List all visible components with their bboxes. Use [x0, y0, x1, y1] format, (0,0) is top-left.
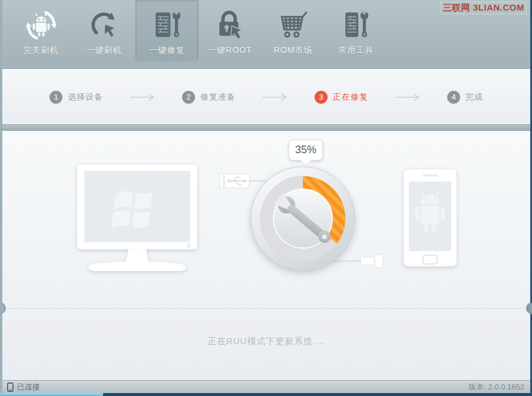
separator-band	[2, 124, 530, 131]
connection-label: 已连接	[17, 382, 40, 392]
step-repairing: 3 正在修复	[315, 91, 368, 104]
divider-notch-right	[526, 302, 532, 314]
step-arrow-icon	[129, 93, 156, 101]
one-key-repair-icon	[151, 8, 183, 43]
watermark: 三联网 3LIAN.COM	[441, 2, 527, 14]
bottom-accent-strip	[0, 393, 103, 396]
step-finish: 4 完成	[447, 91, 483, 104]
steps-bar: 1 选择设备 2 修复准备 3 正在修复 4 完成	[2, 69, 530, 124]
progress-percent: 35%	[295, 144, 316, 156]
nav-item-one-key-repair[interactable]: 一键修复	[136, 0, 199, 61]
step-number: 2	[182, 91, 195, 104]
common-tools-icon	[342, 8, 371, 43]
step-number: 1	[49, 91, 62, 104]
nav-label: 常用工具	[339, 45, 374, 56]
status-message: 正在RUU模式下更新系统 ...	[207, 336, 325, 347]
step-number: 4	[447, 91, 460, 104]
step-label: 修复准备	[200, 92, 236, 103]
progress-tooltip: 35%	[289, 140, 323, 160]
version-label: 版本: 2.0.0.1652	[468, 382, 524, 392]
nav-item-one-key-flash[interactable]: 一键刷机	[72, 0, 136, 69]
nav-label: 一键ROOT	[208, 45, 252, 56]
nav-label: 完美刷机	[24, 45, 59, 56]
step-label: 正在修复	[333, 92, 368, 103]
step-label: 完成	[465, 92, 483, 103]
status-message-panel: 正在RUU模式下更新系统 ...	[2, 308, 530, 380]
step-arrow-icon	[394, 93, 421, 101]
nav-label: ROM市场	[274, 45, 313, 56]
repair-progress-gauge	[241, 157, 365, 280]
phone-connected-icon	[7, 382, 14, 392]
android-logo-icon	[24, 8, 58, 43]
step-number: 3	[315, 91, 328, 104]
nav-item-app-logo[interactable]: 完美刷机	[9, 0, 72, 69]
connection-status: 已连接	[7, 382, 40, 392]
step-repair-prepare: 2 修复准备	[182, 91, 236, 104]
one-key-root-icon	[214, 8, 246, 43]
step-select-device: 1 选择设备	[49, 91, 103, 104]
step-label: 选择设备	[68, 92, 103, 103]
nav-item-one-key-root[interactable]: 一键ROOT	[199, 0, 262, 69]
main-toolbar: 完美刷机 一键刷机	[2, 0, 530, 69]
one-key-flash-icon	[88, 8, 120, 43]
android-phone-illustration	[403, 169, 458, 269]
status-bar: 已连接 版本: 2.0.0.1652	[2, 380, 530, 393]
repair-scene: 35%	[2, 131, 530, 308]
step-arrow-icon	[262, 93, 289, 101]
nav-label: 一键修复	[150, 45, 185, 56]
app-window: 完美刷机 一键刷机	[0, 0, 532, 396]
computer-monitor-illustration	[77, 164, 200, 277]
rom-market-cart-icon	[277, 8, 310, 43]
nav-label: 一键刷机	[87, 45, 122, 56]
nav-item-rom-market[interactable]: ROM市场	[262, 0, 325, 69]
nav-item-common-tools[interactable]: 常用工具	[325, 0, 388, 69]
